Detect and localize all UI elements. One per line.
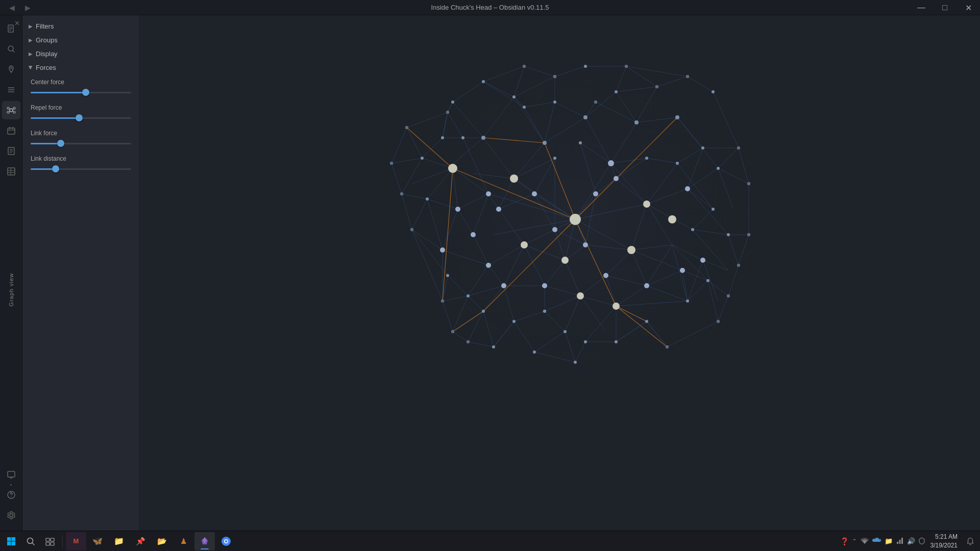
- svg-point-328: [553, 101, 556, 104]
- svg-point-280: [634, 120, 639, 124]
- tray-speaker[interactable]: 🔊: [907, 537, 915, 545]
- svg-rect-362: [7, 537, 11, 541]
- svg-point-306: [533, 350, 536, 354]
- svg-point-291: [712, 208, 715, 211]
- sidebar-item-table[interactable]: [2, 162, 20, 181]
- svg-point-281: [583, 115, 587, 119]
- sidebar-item-list[interactable]: [2, 81, 20, 99]
- svg-point-265: [552, 227, 557, 232]
- tray-vpn[interactable]: [918, 537, 925, 545]
- svg-point-355: [401, 193, 403, 195]
- link-force-label: Link force: [31, 130, 131, 137]
- forces-arrow: ▶: [28, 66, 34, 70]
- repel-force-thumb[interactable]: [76, 114, 83, 121]
- svg-point-344: [748, 183, 750, 185]
- svg-point-274: [614, 176, 619, 181]
- repel-force-slider[interactable]: [31, 114, 131, 121]
- sidebar-item-graph[interactable]: [2, 101, 20, 119]
- tray-network[interactable]: [896, 536, 904, 546]
- section-forces[interactable]: ▶ Forces: [22, 61, 139, 74]
- svg-rect-368: [46, 538, 50, 541]
- tray-onedrive[interactable]: [872, 537, 881, 545]
- svg-point-264: [685, 186, 690, 191]
- maximize-button[interactable]: □: [933, 0, 957, 15]
- taskbar-app-pin[interactable]: 📌: [130, 532, 151, 550]
- svg-point-277: [700, 258, 705, 263]
- titlebar-nav: ◀ ▶: [5, 0, 34, 15]
- taskbar-app-chess[interactable]: ♟: [173, 532, 193, 550]
- notification-button[interactable]: [963, 532, 978, 550]
- link-force-thumb[interactable]: [57, 140, 64, 147]
- link-distance-slider[interactable]: [31, 165, 131, 172]
- svg-rect-19: [8, 128, 15, 134]
- svg-point-350: [467, 341, 470, 343]
- back-button[interactable]: ◀: [5, 1, 18, 14]
- svg-point-296: [706, 279, 709, 282]
- svg-point-255: [521, 241, 528, 248]
- graph-area[interactable]: [140, 15, 980, 531]
- tray-help[interactable]: ❓: [840, 537, 849, 545]
- search-button[interactable]: [21, 532, 40, 550]
- svg-point-272: [455, 207, 460, 212]
- svg-point-250: [448, 164, 457, 173]
- sidebar-item-settings[interactable]: [2, 506, 20, 524]
- svg-point-342: [687, 76, 689, 78]
- groups-label: Groups: [36, 36, 58, 44]
- link-distance-track: [31, 168, 131, 170]
- svg-point-267: [603, 273, 608, 278]
- svg-line-17: [9, 111, 10, 112]
- center-force-thumb[interactable]: [82, 89, 89, 96]
- svg-point-345: [748, 234, 750, 236]
- graph-canvas: [140, 15, 980, 531]
- taskbar-app-obsidian[interactable]: [194, 532, 215, 550]
- tray-network-status[interactable]: [860, 537, 869, 545]
- close-panel-button[interactable]: ✕: [14, 19, 20, 27]
- svg-point-285: [615, 90, 618, 93]
- link-distance-thumb[interactable]: [52, 165, 59, 172]
- sidebar-item-templates[interactable]: [2, 142, 20, 160]
- minimize-button[interactable]: —: [910, 0, 933, 15]
- icon-rail: Graph view ✕ • • •: [0, 15, 22, 531]
- link-force-slider[interactable]: [31, 140, 131, 147]
- link-force-track: [31, 143, 131, 144]
- taskbar-app-file[interactable]: 📂: [152, 532, 172, 550]
- clock[interactable]: 5:21 AM 3/19/2021: [926, 533, 962, 550]
- tray-folder[interactable]: 📁: [885, 537, 893, 545]
- svg-point-331: [584, 65, 587, 68]
- center-force-fill: [31, 92, 86, 93]
- svg-point-271: [440, 247, 445, 253]
- svg-point-303: [584, 340, 587, 343]
- center-force-slider[interactable]: [31, 89, 131, 96]
- sidebar-item-calendar[interactable]: [2, 121, 20, 140]
- section-display[interactable]: ▶ Display: [22, 47, 139, 61]
- taskbar-app-folder[interactable]: 📁: [109, 532, 129, 550]
- svg-point-10: [10, 109, 13, 112]
- svg-point-299: [686, 299, 689, 303]
- taskbar-app-chrome[interactable]: [216, 532, 236, 550]
- repel-force-group: Repel force: [31, 104, 131, 121]
- svg-point-323: [461, 136, 464, 139]
- close-button[interactable]: ✕: [957, 0, 980, 15]
- svg-point-309: [482, 310, 485, 313]
- panel-sidebar: ▶ Filters ▶ Groups ▶ Display ▶ Forces Ce…: [22, 15, 140, 531]
- sidebar-item-search[interactable]: [2, 40, 20, 58]
- svg-point-262: [486, 191, 491, 196]
- svg-point-304: [574, 361, 577, 364]
- svg-rect-377: [897, 542, 898, 544]
- taskview-button[interactable]: [41, 532, 59, 550]
- taskbar-app-ai[interactable]: M: [66, 532, 86, 550]
- svg-point-259: [608, 160, 614, 166]
- display-label: Display: [36, 50, 58, 58]
- sidebar-item-location[interactable]: [2, 60, 20, 79]
- start-button[interactable]: [2, 532, 20, 550]
- svg-rect-379: [901, 538, 903, 544]
- forward-button[interactable]: ▶: [21, 1, 34, 14]
- app-body: Graph view ✕ • • • ▶ Filters ▶ Groups ▶ …: [0, 15, 980, 531]
- forces-content: Center force Repel force: [22, 74, 139, 185]
- svg-point-315: [426, 197, 429, 201]
- taskbar-app-butterfly[interactable]: 🦋: [87, 532, 108, 550]
- display-arrow: ▶: [29, 51, 33, 57]
- section-filters[interactable]: ▶ Filters: [22, 19, 139, 33]
- section-groups[interactable]: ▶ Groups: [22, 33, 139, 47]
- tray-chevron[interactable]: ⌃: [852, 538, 857, 545]
